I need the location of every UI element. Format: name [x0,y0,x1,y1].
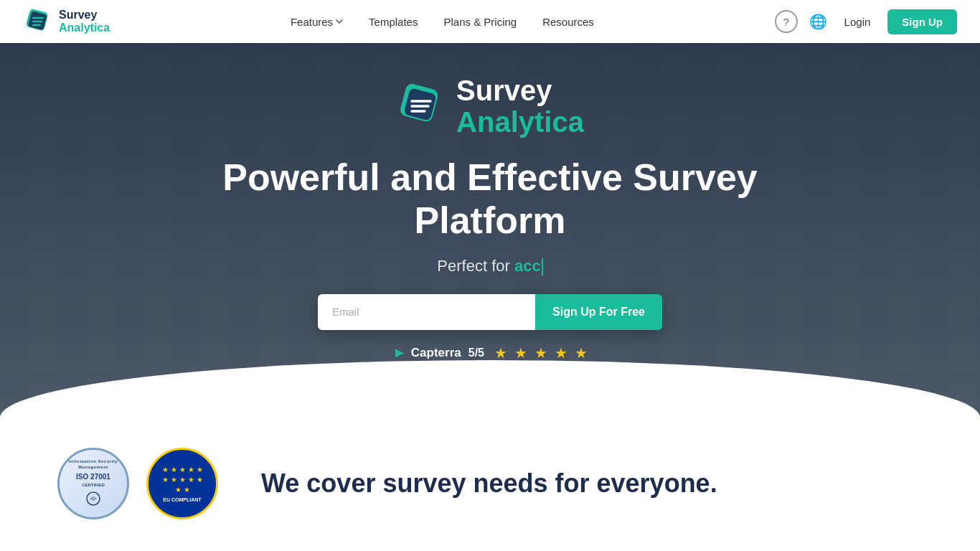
cursor [542,258,543,276]
hero-subtitle: Perfect for acc [437,257,542,276]
nav-item-features[interactable]: Features [291,16,343,28]
badge-area: Information Security Management ISO 2700… [57,448,218,519]
bottom-text: We cover survey needs for everyone. [247,468,923,499]
eu-stars: ★ ★ ★ ★ ★ ★ ★ ★ ★ ★ ★ ★ EU COMPLIANT [161,466,204,502]
nav-logo[interactable]: Survey Analytica [23,6,110,37]
nav-item-templates[interactable]: Templates [369,16,418,28]
star-2: ★ [514,344,527,362]
star-3: ★ [534,344,547,362]
hero-logo-text: Survey Analytica [456,75,584,138]
capterra-arrow-icon: ► [392,344,407,361]
nav-item-pricing[interactable]: Plans & Pricing [443,16,517,28]
hero-section: Survey Analytica Powerful and Effective … [0,0,980,416]
help-button[interactable]: ? [775,10,798,33]
globe-icon[interactable]: 🌐 [809,13,827,30]
iso-badge-text: Information Security Management ISO 2700… [60,455,127,512]
star-1: ★ [494,344,507,362]
hero-title: Powerful and Effective Survey Platform [146,156,834,242]
hero-logo-icon [396,81,446,131]
hero-content: Survey Analytica Powerful and Effective … [0,43,980,362]
eu-badge: ★ ★ ★ ★ ★ ★ ★ ★ ★ ★ ★ ★ EU COMPLIANT [146,448,218,519]
nav-center: Features Templates Plans & Pricing Resou… [291,16,594,28]
hero-form: Sign Up For Free [318,294,662,330]
email-input[interactable] [318,294,535,330]
capterra-logo: ► Capterra [392,344,461,361]
hero-logo: Survey Analytica [396,75,584,138]
login-button[interactable]: Login [839,11,877,32]
iso-badge: Information Security Management ISO 2700… [57,448,129,519]
navbar: Survey Analytica Features Templates Plan… [0,0,980,43]
bottom-title: We cover survey needs for everyone. [261,468,923,499]
logo-icon [23,6,53,37]
capterra-rating: ► Capterra 5/5 ★ ★ ★ ★ ★ [392,344,588,362]
nav-right: ? 🌐 Login Sign Up [775,9,957,34]
chevron-down-icon [336,19,343,24]
bottom-section: Information Security Management ISO 2700… [0,416,980,551]
logo-text: Survey Analytica [59,9,110,34]
nav-item-resources[interactable]: Resources [542,16,594,28]
signup-free-button[interactable]: Sign Up For Free [535,294,662,330]
signup-button[interactable]: Sign Up [887,9,957,34]
star-4: ★ [555,344,567,362]
star-5: ★ [575,344,588,362]
